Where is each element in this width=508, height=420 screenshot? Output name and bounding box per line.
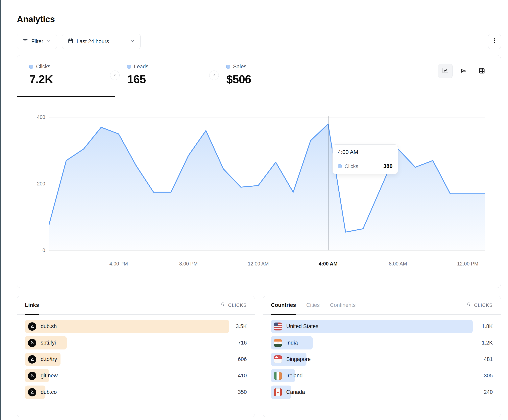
- funnel-chart-view-button[interactable]: [456, 64, 471, 78]
- list-item[interactable]: United States1.8K: [271, 320, 493, 333]
- plot-area[interactable]: [49, 97, 485, 253]
- date-range-label: Last 24 hours: [77, 38, 109, 44]
- list-item[interactable]: Ireland305: [271, 369, 493, 382]
- x-axis-tick-label: 4:00 AM: [319, 261, 338, 267]
- more-options-button[interactable]: [488, 34, 501, 49]
- row-label: spti.fyi: [41, 340, 56, 346]
- y-axis-tick-label: 400: [17, 114, 45, 120]
- tooltip-series-label: Clicks: [344, 163, 358, 169]
- stat-value: 165: [127, 72, 214, 86]
- dub-logo-icon: [28, 322, 36, 331]
- chart-view-switcher: [438, 64, 489, 78]
- cursor-click-icon: [466, 302, 472, 308]
- row-label: Canada: [286, 389, 305, 395]
- grid-table-icon: [478, 67, 486, 75]
- filter-button[interactable]: Filter: [17, 34, 57, 49]
- row-value: 1.8K: [482, 323, 493, 329]
- clicks-legend-square-icon: [29, 65, 33, 69]
- row-value: 1.2K: [482, 340, 493, 346]
- tab-leads[interactable]: Leads 165: [115, 55, 214, 97]
- stats-row: Clicks 7.2K Leads 165 Sales $506: [17, 55, 501, 97]
- funnel-chart-icon: [460, 67, 467, 75]
- y-axis-tick-label: 200: [17, 181, 45, 187]
- toolbar: Filter Last 24 hours: [17, 34, 501, 49]
- row-value: 240: [484, 389, 493, 395]
- cursor-click-icon: [220, 302, 226, 308]
- stat-value: $506: [226, 72, 317, 86]
- list-item[interactable]: spti.fyi716: [25, 336, 247, 349]
- row-label: United States: [286, 323, 318, 329]
- x-axis-tick-label: 8:00 PM: [179, 261, 198, 267]
- row-label: dub.co: [41, 389, 57, 395]
- row-label: Ireland: [286, 373, 303, 379]
- calendar-icon: [68, 38, 73, 45]
- row-value: 716: [238, 340, 247, 346]
- list-item[interactable]: Singapore481: [271, 353, 493, 366]
- row-label: India: [286, 340, 298, 346]
- dub-logo-icon: [28, 339, 36, 347]
- date-range-button[interactable]: Last 24 hours: [62, 34, 141, 49]
- stat-value: 7.2K: [29, 72, 115, 86]
- row-value: 3.5K: [236, 323, 247, 329]
- chevron-right-icon: [212, 73, 216, 78]
- chevron-right-icon: [113, 73, 117, 78]
- page-title: Analytics: [17, 14, 508, 24]
- bars-filter-icon: [22, 38, 28, 45]
- row-value: 305: [484, 373, 493, 379]
- x-axis-tick-label: 4:00 PM: [109, 261, 128, 267]
- list-item[interactable]: dub.sh3.5K: [25, 320, 247, 333]
- stat-label: Clicks: [36, 64, 50, 70]
- tooltip-value: 380: [383, 163, 393, 169]
- chevron-down-icon: [46, 38, 51, 44]
- grid-table-view-button[interactable]: [474, 64, 489, 78]
- us-flag-icon: [274, 323, 282, 330]
- kebab-vertical-icon: [492, 37, 498, 46]
- row-label: d.to/try: [41, 356, 57, 362]
- row-label: git.new: [41, 373, 58, 379]
- x-axis-tick-label: 12:00 PM: [457, 261, 478, 267]
- sales-legend-square-icon: [226, 65, 230, 69]
- dub-logo-icon: [28, 388, 36, 396]
- chart-tooltip: 4:00 AM Clicks 380: [332, 145, 398, 174]
- list-item[interactable]: India1.2K: [271, 336, 493, 349]
- list-item[interactable]: dub.co350: [25, 385, 247, 399]
- leads-legend-square-icon: [127, 65, 131, 69]
- x-axis-tick-label: 12:00 AM: [248, 261, 269, 267]
- countries-metric-header[interactable]: CLICKS: [466, 302, 493, 308]
- list-item[interactable]: git.new410: [25, 369, 247, 382]
- row-value: 606: [238, 356, 247, 362]
- tab-countries[interactable]: Countries: [271, 296, 296, 314]
- stat-label: Sales: [233, 64, 247, 70]
- filter-button-label: Filter: [31, 38, 43, 44]
- tab-cities[interactable]: Cities: [306, 296, 320, 314]
- list-item[interactable]: Canada240: [271, 385, 493, 399]
- line-chart-icon: [442, 67, 449, 75]
- tooltip-time-label: 4:00 AM: [333, 145, 398, 159]
- x-axis-tick-label: 8:00 AM: [389, 261, 407, 267]
- chevron-down-icon: [130, 38, 135, 45]
- row-value: 410: [238, 373, 247, 379]
- line-chart-view-button[interactable]: [438, 64, 453, 78]
- tab-links[interactable]: Links: [25, 296, 39, 314]
- stat-label: Leads: [134, 64, 149, 70]
- links-metric-header[interactable]: CLICKS: [220, 302, 247, 308]
- dub-logo-icon: [28, 372, 36, 380]
- links-panel: Links CLICKS dub.sh3.5Kspti.fyi716d.to/t…: [17, 296, 255, 417]
- countries-panel: Countries Cities Continents CLICKS Unite…: [263, 296, 501, 417]
- clicks-legend-square-icon: [338, 164, 342, 168]
- y-axis-tick-label: 0: [17, 247, 45, 253]
- ie-flag-icon: [274, 372, 282, 380]
- row-label: dub.sh: [41, 323, 57, 329]
- metric-header-label: CLICKS: [228, 303, 247, 308]
- tab-continents[interactable]: Continents: [330, 296, 356, 314]
- stat-divider-chevron-button[interactable]: [110, 71, 120, 80]
- stat-divider-chevron-button[interactable]: [209, 71, 219, 80]
- left-edge-strip: [0, 0, 1, 420]
- row-label: Singapore: [286, 356, 311, 362]
- list-item[interactable]: d.to/try606: [25, 353, 247, 366]
- tab-clicks[interactable]: Clicks 7.2K: [17, 55, 115, 97]
- tab-sales[interactable]: Sales $506: [214, 55, 317, 97]
- row-value: 481: [484, 356, 493, 362]
- in-flag-icon: [274, 339, 282, 347]
- clicks-area-chart[interactable]: 02004004:00 PM8:00 PM12:00 AM4:00 AM8:00…: [17, 97, 501, 288]
